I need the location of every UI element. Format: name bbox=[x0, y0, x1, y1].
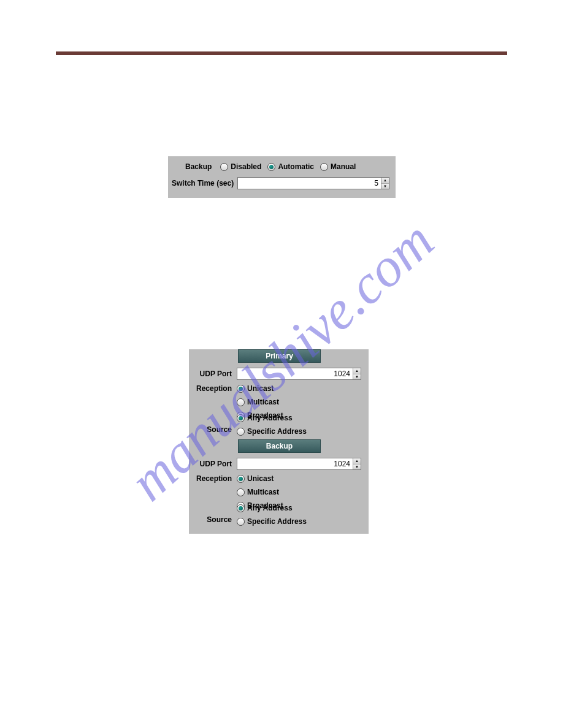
primary-reception-multicast-radio[interactable]: Multicast bbox=[237, 398, 283, 406]
radio-label: Multicast bbox=[247, 398, 279, 406]
radio-label: Manual bbox=[331, 162, 356, 171]
udp-port-value: 1024 bbox=[237, 458, 353, 469]
radio-label: Unicast bbox=[247, 474, 274, 483]
backup-header: Backup bbox=[238, 439, 321, 453]
primary-source-any-radio[interactable]: Any Address bbox=[237, 414, 307, 422]
backup-label: Backup bbox=[185, 162, 220, 171]
radio-label: Automatic bbox=[278, 162, 314, 171]
backup-udp-port-input[interactable]: 1024 ▲ ▼ bbox=[237, 458, 361, 470]
primary-source-specific-radio[interactable]: Specific Address bbox=[237, 427, 307, 436]
backup-automatic-radio[interactable]: Automatic bbox=[267, 162, 314, 171]
radio-icon bbox=[237, 488, 245, 496]
chevron-down-icon[interactable]: ▼ bbox=[353, 464, 361, 470]
radio-icon bbox=[237, 475, 245, 483]
radio-icon bbox=[320, 163, 328, 171]
reception-label: Reception bbox=[189, 383, 237, 393]
chevron-down-icon[interactable]: ▼ bbox=[381, 184, 389, 189]
radio-label: Disabled bbox=[231, 162, 261, 171]
radio-label: Specific Address bbox=[247, 517, 307, 526]
udp-port-label: UDP Port bbox=[189, 460, 237, 468]
source-label: Source bbox=[189, 515, 237, 524]
radio-icon bbox=[220, 163, 228, 171]
radio-label: Any Address bbox=[247, 414, 293, 422]
switch-time-input[interactable]: 5 ▲ ▼ bbox=[237, 177, 389, 189]
primary-reception-unicast-radio[interactable]: Unicast bbox=[237, 384, 283, 393]
backup-reception-multicast-radio[interactable]: Multicast bbox=[237, 488, 283, 496]
chevron-up-icon[interactable]: ▲ bbox=[353, 458, 361, 464]
radio-label: Unicast bbox=[247, 384, 274, 393]
radio-icon bbox=[237, 385, 245, 393]
backup-settings-panel: Backup Disabled Automatic Manual Switch … bbox=[168, 156, 396, 198]
backup-disabled-radio[interactable]: Disabled bbox=[220, 162, 261, 171]
switch-time-value: 5 bbox=[238, 178, 381, 189]
radio-icon bbox=[267, 163, 275, 171]
radio-label: Specific Address bbox=[247, 427, 307, 436]
radio-icon bbox=[237, 428, 245, 436]
chevron-down-icon[interactable]: ▼ bbox=[353, 374, 361, 380]
backup-source-any-radio[interactable]: Any Address bbox=[237, 504, 307, 512]
primary-header: Primary bbox=[238, 349, 321, 363]
horizontal-rule bbox=[56, 51, 507, 55]
radio-label: Any Address bbox=[247, 504, 293, 512]
radio-icon bbox=[237, 398, 245, 406]
backup-manual-radio[interactable]: Manual bbox=[320, 162, 356, 171]
reception-label: Reception bbox=[189, 473, 237, 483]
radio-icon bbox=[237, 504, 245, 512]
chevron-up-icon[interactable]: ▲ bbox=[381, 178, 389, 184]
spinner-buttons[interactable]: ▲ ▼ bbox=[381, 178, 389, 189]
udp-port-value: 1024 bbox=[237, 368, 353, 379]
spinner-buttons[interactable]: ▲ ▼ bbox=[353, 368, 361, 379]
switch-time-label: Switch Time (sec) bbox=[172, 179, 237, 188]
backup-reception-unicast-radio[interactable]: Unicast bbox=[237, 474, 283, 483]
source-label: Source bbox=[189, 425, 237, 434]
primary-udp-port-input[interactable]: 1024 ▲ ▼ bbox=[237, 368, 361, 380]
connection-settings-panel: Primary UDP Port 1024 ▲ ▼ Reception Unic… bbox=[189, 349, 369, 534]
udp-port-label: UDP Port bbox=[189, 370, 237, 378]
radio-label: Multicast bbox=[247, 488, 279, 496]
spinner-buttons[interactable]: ▲ ▼ bbox=[353, 458, 361, 469]
chevron-up-icon[interactable]: ▲ bbox=[353, 368, 361, 374]
backup-source-specific-radio[interactable]: Specific Address bbox=[237, 517, 307, 526]
radio-icon bbox=[237, 518, 245, 526]
radio-icon bbox=[237, 414, 245, 422]
